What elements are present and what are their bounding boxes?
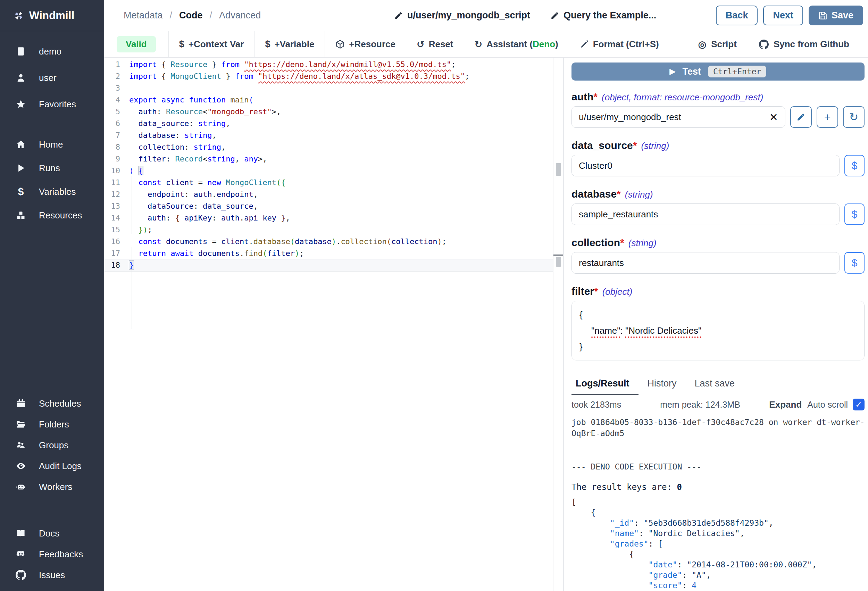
scrollbar-thumb[interactable] [556,257,561,267]
line-number: 2 [104,71,125,82]
data-source-field-row: Cluster0 $ [571,155,865,176]
sidebar-item-label: Schedules [39,398,81,409]
sidebar-item-docs[interactable]: Docs [0,523,104,544]
save-button[interactable]: Save [809,6,863,25]
result-tabs: Logs/Result History Last save [571,373,865,395]
topbar-actions: Back Next Save [716,6,863,25]
code-editor[interactable]: 1import { Resource } from "https://deno.… [104,58,553,591]
sidebar-item-label: Folders [39,419,69,430]
insert-variable-button[interactable]: $ [844,204,865,225]
user-icon [15,72,27,83]
insert-variable-button[interactable]: $ [844,155,865,176]
filter-json-value: "Nordic Delicacies" [625,325,701,336]
sidebar-item-issues[interactable]: Issues [0,564,104,585]
breadcrumb-advanced[interactable]: Advanced [219,10,261,21]
sidebar-item-favorites[interactable]: Favorites [0,91,104,117]
expand-button[interactable]: Expand [769,399,802,410]
job-logs: job 01864b05-8033-b136-1def-f30c48ac7c28… [571,417,865,472]
pencil-icon [394,11,403,20]
toolbar-right: ◎ Script Sync from Github [698,39,868,50]
add-variable-button[interactable]: $ +Variable [254,31,325,57]
ctrl-enter-kbd: Ctrl+Enter [708,66,766,77]
dollar-icon: $ [265,39,270,50]
result-json-line: "grades": [ [571,539,865,549]
test-button[interactable]: ▶ Test Ctrl+Enter [571,62,865,81]
code-line: 1import { Resource } from "https://deno.… [104,59,553,71]
sidebar-item-workers[interactable]: Workers [0,476,104,497]
clear-icon[interactable]: ✕ [765,111,778,123]
assistant-button[interactable]: ↻ Assistant (Deno) [464,31,569,57]
database-field-label: database* (string) [571,188,865,200]
tab-last-save[interactable]: Last save [686,373,744,395]
result-json: [ { "_id": "5eb3d668b31de5d588f4293b", "… [571,497,865,591]
line-number: 9 [104,153,125,165]
sidebar-item-label: Variables [39,186,76,197]
sidebar-item-folders[interactable]: Folders [0,414,104,435]
filter-json-editor[interactable]: { "name": "Nordic Delicacies" } [571,301,865,361]
back-button[interactable]: Back [716,6,758,25]
sidebar-item-audit-logs[interactable]: Audit Logs [0,455,104,476]
add-context-var-button[interactable]: $ +Context Var [169,31,255,57]
collection-input[interactable]: restaurants [571,252,840,273]
line-number: 17 [104,248,125,259]
result-json-line: [ [571,497,865,507]
add-resource-button[interactable]: +Resource [325,31,406,57]
auth-resource-input[interactable]: u/user/my_mongodb_rest ✕ [571,106,785,128]
line-number: 3 [104,82,125,94]
breadcrumb-metadata[interactable]: Metadata [124,10,163,21]
sidebar-item-schedules[interactable]: Schedules [0,393,104,414]
data-source-input[interactable]: Cluster0 [571,155,840,176]
dollar-icon: $ [15,186,27,197]
tab-history[interactable]: History [639,373,686,395]
tab-logs-result[interactable]: Logs/Result [571,373,639,395]
sidebar-item-resources[interactable]: Resources [0,204,104,227]
code-line: 2import { MongoClient } from "https://de… [104,71,553,82]
sidebar-item-groups[interactable]: Groups [0,435,104,455]
auth-field-row: u/user/my_mongodb_rest ✕ + ↻ [571,106,865,128]
format-brush-icon [580,40,589,49]
star-icon [15,99,27,110]
add-resource-inline-button[interactable]: + [816,106,838,128]
github-icon [759,40,769,49]
insert-variable-button[interactable]: $ [844,252,865,273]
code-line: 12 endpoint: auth.endpoint, [104,189,553,200]
refresh-icon: ↻ [475,39,483,50]
play-icon [15,163,27,174]
script-meta: u/user/my_mongodb_script Query the Examp… [394,10,656,21]
sidebar-item-runs[interactable]: Runs [0,156,104,180]
sidebar-item-label: Runs [39,163,60,174]
auto-scroll-checkbox[interactable]: ✓ [853,399,865,411]
script-summary-edit[interactable]: Query the Example... [550,10,656,21]
eye-icon [15,461,27,471]
script-kind-button[interactable]: ◎ Script [698,39,737,50]
reset-button[interactable]: ↺ Reset [406,31,464,57]
code-line: 10) { [104,165,553,177]
script-path-edit[interactable]: u/user/my_mongodb_script [394,10,530,21]
result-json-line: { [571,507,865,518]
sidebar-item-user[interactable]: user [0,65,104,91]
sidebar-item-feedbacks[interactable]: Feedbacks [0,544,104,564]
home-icon [15,139,27,150]
format-button[interactable]: Format (Ctrl+S) [569,31,669,57]
editor-toolbar: Valid $ +Context Var $ +Variable +Resour… [104,31,868,58]
refresh-resource-button[interactable]: ↻ [843,106,865,128]
edit-resource-button[interactable] [790,106,812,128]
sidebar-item-label: Workers [39,482,72,492]
cubes-icon [15,210,27,221]
code-line: 5 auth: Resource<"mongodb_rest">, [104,106,553,118]
sidebar-item-variables[interactable]: $Variables [0,180,104,204]
code-line: 3 [104,82,553,94]
breadcrumb-code[interactable]: Code [179,10,203,21]
result-json-line: "grade": "A", [571,570,865,580]
sidebar-item-demo[interactable]: demo [0,38,104,65]
sidebar-item-home[interactable]: Home [0,133,104,156]
filter-json-key: "name" [591,325,620,336]
robot-icon [15,481,27,492]
database-input[interactable]: sample_restaurants [571,204,840,225]
workspace-logo[interactable]: Windmill [0,0,104,31]
next-button[interactable]: Next [763,6,803,25]
line-number: 13 [104,200,125,212]
scrollbar-thumb[interactable] [556,163,561,176]
sidebar-admin-group: SchedulesFoldersGroupsAudit LogsWorkers [0,393,104,497]
sync-from-github-button[interactable]: Sync from Github [759,39,849,50]
